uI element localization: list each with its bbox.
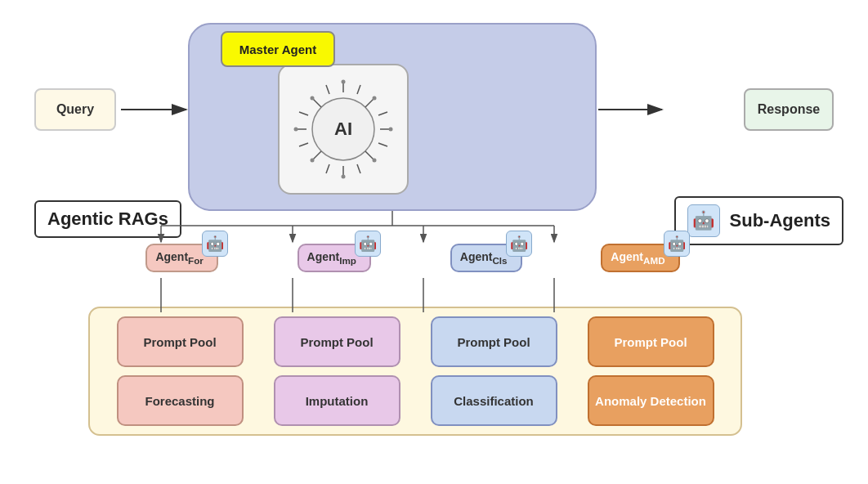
svg-line-6 bbox=[365, 99, 374, 107]
agent-cls-robot-icon: 🤖 bbox=[506, 231, 532, 257]
sub-agents-robot-icon: 🤖 bbox=[687, 204, 720, 237]
svg-text:AI: AI bbox=[334, 119, 352, 139]
task-row: Forecasting Imputation Classification An… bbox=[101, 375, 729, 426]
svg-point-23 bbox=[311, 159, 315, 163]
prompt-pool-for-label: Prompt Pool bbox=[143, 335, 216, 349]
svg-point-22 bbox=[373, 96, 377, 101]
task-forecasting-label: Forecasting bbox=[145, 394, 214, 408]
agent-imp-box: 🤖 AgentImp bbox=[298, 244, 371, 272]
svg-line-10 bbox=[357, 85, 360, 94]
agent-amd-label: AgentAMD bbox=[611, 250, 664, 266]
prompt-pool-cls: Prompt Pool bbox=[431, 316, 557, 367]
agent-for-robot-icon: 🤖 bbox=[202, 231, 228, 257]
agentic-rags-label: Agentic RAGs bbox=[34, 200, 181, 238]
svg-line-8 bbox=[365, 151, 374, 159]
prompt-pool-cls-label: Prompt Pool bbox=[457, 335, 530, 349]
svg-line-7 bbox=[313, 151, 321, 159]
svg-point-17 bbox=[342, 80, 346, 84]
agent-imp-sub: Imp bbox=[339, 255, 356, 266]
svg-line-13 bbox=[299, 112, 308, 115]
agent-amd-box: 🤖 AgentAMD bbox=[601, 244, 679, 272]
query-box: Query bbox=[34, 88, 116, 131]
prompt-pool-imp: Prompt Pool bbox=[274, 316, 400, 367]
svg-line-16 bbox=[378, 143, 387, 146]
task-anomaly-detection: Anomaly Detection bbox=[588, 375, 714, 426]
svg-point-18 bbox=[342, 175, 346, 179]
response-box: Response bbox=[744, 88, 834, 131]
agent-amd-sub: AMD bbox=[643, 255, 665, 266]
task-anomaly-detection-label: Anomaly Detection bbox=[595, 394, 706, 408]
prompt-pool-imp-label: Prompt Pool bbox=[300, 335, 373, 349]
agent-for-box: 🤖 AgentFor bbox=[145, 244, 217, 272]
svg-line-9 bbox=[326, 85, 329, 94]
svg-line-5 bbox=[313, 99, 321, 107]
agent-cls-sub: Cls bbox=[492, 255, 507, 266]
agent-for-sub: For bbox=[188, 255, 204, 266]
task-imputation: Imputation bbox=[274, 375, 400, 426]
prompt-pool-for: Prompt Pool bbox=[117, 316, 244, 367]
prompt-pool-amd: Prompt Pool bbox=[588, 316, 714, 367]
sub-agents-container: 🤖 Sub-Agents bbox=[674, 196, 843, 245]
prompt-pool-amd-label: Prompt Pool bbox=[614, 335, 687, 349]
svg-line-15 bbox=[378, 112, 387, 115]
task-forecasting: Forecasting bbox=[117, 375, 244, 426]
svg-point-20 bbox=[389, 128, 393, 132]
task-classification-label: Classification bbox=[454, 394, 534, 408]
agent-for-label: AgentFor bbox=[155, 250, 203, 266]
svg-point-24 bbox=[373, 159, 377, 163]
ai-circle-box: AI bbox=[278, 64, 409, 195]
query-label: Query bbox=[56, 102, 94, 117]
svg-point-21 bbox=[311, 96, 315, 101]
agent-cls-box: 🤖 AgentCls bbox=[450, 244, 522, 272]
prompt-pools-row: Prompt Pool Prompt Pool Prompt Pool Prom… bbox=[101, 316, 729, 367]
task-classification: Classification bbox=[431, 375, 557, 426]
sub-agents-label: Sub-Agents bbox=[730, 210, 830, 231]
master-agent-box: Master Agent bbox=[221, 31, 335, 67]
ai-neural-svg: AI bbox=[290, 76, 396, 182]
agents-row: 🤖 AgentFor 🤖 AgentImp 🤖 AgentCls 🤖 Agent… bbox=[106, 244, 719, 272]
agent-amd-robot-icon: 🤖 bbox=[664, 231, 690, 257]
svg-line-12 bbox=[357, 164, 360, 173]
agent-cls-label: AgentCls bbox=[460, 250, 508, 266]
response-label: Response bbox=[758, 102, 820, 117]
bottom-section: Prompt Pool Prompt Pool Prompt Pool Prom… bbox=[88, 307, 742, 436]
agent-imp-label: AgentImp bbox=[307, 250, 356, 266]
svg-line-11 bbox=[326, 164, 329, 173]
master-agent-label: Master Agent bbox=[239, 43, 316, 56]
agent-imp-robot-icon: 🤖 bbox=[355, 231, 381, 257]
svg-line-14 bbox=[299, 143, 308, 146]
svg-point-19 bbox=[294, 128, 298, 132]
diagram: Query Response Master Agent bbox=[0, 0, 868, 484]
task-imputation-label: Imputation bbox=[306, 394, 369, 408]
